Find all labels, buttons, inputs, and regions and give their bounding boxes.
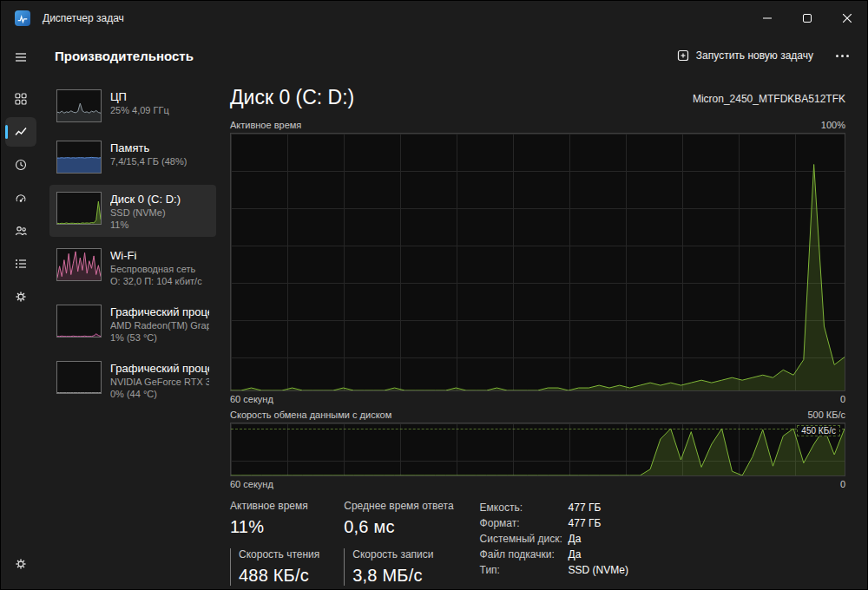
performance-chart-icon (14, 125, 28, 139)
sidebar-item-cpu[interactable]: ЦП 25% 4,09 ГГц (49, 82, 216, 129)
run-new-task-label: Запустить новую задачу (696, 49, 813, 62)
transfer-x-left: 60 секунд (230, 479, 273, 489)
titlebar: Диспетчер задач (1, 1, 867, 36)
disk-details: Емкость: 477 ГБ Формат: 477 ГБ Системный… (480, 500, 628, 586)
disk-stats: Активное время 11% Среднее время ответа … (230, 500, 845, 586)
performance-sidebar: ЦП 25% 4,09 ГГц Память 7,4/15,4 ГБ (48%) (41, 75, 220, 589)
stat-write-speed: Скорость записи 3,8 МБ/с (344, 548, 453, 586)
active-time-chart-max: 100% (821, 120, 845, 130)
disk-detail-panel: Диск 0 (C: D:) Micron_2450_MTFDKBA512TFK… (220, 75, 867, 589)
disk0-type: SSD (NVMe) (110, 207, 181, 218)
run-new-task-button[interactable]: Запустить новую задачу (668, 43, 822, 68)
wifi-thumbnail-chart (56, 248, 102, 281)
sidebar-item-gpu-amd[interactable]: Графический процессор AMD Radeon(TM) Gra… (49, 298, 216, 350)
sidebar-item-memory[interactable]: Память 7,4/15,4 ГБ (48%) (49, 134, 216, 180)
detail-pagefile-label: Файл подкачки: (480, 548, 569, 560)
minimize-icon (763, 14, 772, 23)
cpu-stats: 25% 4,09 ГГц (110, 105, 169, 115)
disk0-usage: 11% (110, 220, 181, 230)
nav-details[interactable] (5, 249, 36, 279)
disk0-title: Диск 0 (C: D:) (110, 193, 181, 206)
nav-users[interactable] (5, 216, 36, 246)
gpu-amd-meta: Графический процессор AMD Radeon(TM) Gra… (110, 305, 209, 343)
transfer-chart-label: Скорость обмена данными с диском (230, 410, 391, 420)
detail-type-value: SSD (NVMe) (569, 564, 628, 576)
transfer-marker-label: 450 КБ/с (797, 425, 840, 436)
window-controls (747, 1, 867, 36)
nav-app-history[interactable] (5, 150, 36, 180)
hamburger-icon (14, 50, 28, 64)
cpu-thumbnail-chart (56, 89, 102, 122)
nav-performance[interactable] (5, 117, 36, 147)
memory-thumbnail-chart (56, 141, 102, 174)
detail-format-value: 477 ГБ (569, 517, 628, 529)
stat-active-time: Активное время 11% (230, 500, 319, 537)
page-header: Производительность Запустить новую задач… (41, 36, 867, 75)
wifi-network: Беспроводная сеть (110, 264, 202, 274)
gpu-amd-usage: 1% (53 °C) (110, 332, 209, 343)
nav-processes[interactable] (5, 84, 36, 114)
gpu-amd-model: AMD Radeon(TM) Graphics (110, 320, 209, 331)
disk0-meta: Диск 0 (C: D:) SSD (NVMe) 11% (110, 192, 181, 230)
cpu-title: ЦП (110, 90, 169, 103)
active-time-chart-label: Активное время (230, 120, 301, 130)
details-list-icon (14, 257, 28, 271)
memory-stats: 7,4/15,4 ГБ (48%) (110, 156, 187, 167)
wifi-title: Wi-Fi (110, 249, 202, 262)
memory-meta: Память 7,4/15,4 ГБ (48%) (110, 141, 187, 174)
sidebar-item-disk0[interactable]: Диск 0 (C: D:) SSD (NVMe) 11% (49, 185, 216, 237)
detail-pagefile-value: Да (569, 548, 628, 560)
disk-device-name: Micron_2450_MTFDKBA512TFK (693, 93, 845, 109)
detail-format-label: Формат: (480, 517, 569, 529)
wifi-meta: Wi-Fi Беспроводная сеть О: 32,0 П: 104 к… (110, 248, 202, 286)
gpu-nvidia-title: Графический процессор (110, 362, 209, 375)
header-actions: Запустить новую задачу (668, 43, 857, 68)
maximize-button[interactable] (787, 1, 827, 36)
gpu-amd-thumbnail-chart (56, 305, 102, 338)
memory-title: Память (110, 141, 187, 154)
active-time-x-left: 60 секунд (230, 394, 273, 404)
active-time-chart (230, 133, 845, 391)
history-clock-icon (14, 158, 28, 172)
gpu-nvidia-meta: Графический процессор NVIDIA GeForce RTX… (110, 361, 209, 399)
minimize-button[interactable] (747, 1, 787, 36)
processes-icon (14, 92, 28, 106)
stat-avg-response-time: Среднее время ответа 0,6 мс (344, 500, 453, 537)
settings-button[interactable] (5, 549, 36, 579)
nav-rail (1, 36, 41, 589)
detail-capacity-value: 477 ГБ (569, 502, 628, 514)
nav-services[interactable] (5, 282, 36, 311)
window-title: Диспетчер задач (43, 12, 124, 24)
task-manager-window: Диспетчер задач (0, 0, 868, 590)
wifi-throughput: О: 32,0 П: 104 кбит/с (110, 276, 202, 286)
gpu-nvidia-thumbnail-chart (56, 361, 102, 394)
settings-gear-icon (14, 557, 28, 571)
disk0-thumbnail-chart (56, 192, 102, 225)
sidebar-item-gpu-nvidia[interactable]: Графический процессор NVIDIA GeForce RTX… (49, 354, 216, 406)
cpu-meta: ЦП 25% 4,09 ГГц (110, 89, 169, 122)
transfer-chart-max: 500 КБ/с (807, 410, 845, 420)
users-icon (14, 224, 28, 238)
active-time-x-right: 0 (840, 394, 845, 404)
nav-menu-button[interactable] (5, 43, 36, 72)
gpu-nvidia-usage: 0% (44 °C) (110, 389, 209, 399)
more-options-button[interactable] (827, 43, 857, 68)
detail-system-disk-value: Да (569, 533, 628, 545)
maximize-icon (803, 14, 812, 23)
services-gear-icon (14, 290, 28, 304)
run-new-task-icon (677, 49, 689, 62)
close-button[interactable] (827, 1, 867, 36)
gpu-amd-title: Графический процессор (110, 305, 209, 318)
page-title: Производительность (55, 49, 194, 63)
nav-startup-apps[interactable] (5, 183, 36, 213)
detail-system-disk-label: Системный диск: (480, 533, 569, 545)
disk-panel-title: Диск 0 (C: D:) (230, 86, 354, 109)
task-manager-app-icon (15, 10, 30, 26)
stat-read-speed: Скорость чтения 488 КБ/с (230, 548, 319, 586)
detail-type-label: Тип: (480, 564, 569, 576)
close-icon (843, 14, 852, 23)
startup-gauge-icon (14, 191, 28, 205)
transfer-rate-chart: 450 КБ/с (230, 423, 845, 476)
detail-capacity-label: Емкость: (480, 502, 569, 514)
sidebar-item-wifi[interactable]: Wi-Fi Беспроводная сеть О: 32,0 П: 104 к… (49, 241, 216, 293)
